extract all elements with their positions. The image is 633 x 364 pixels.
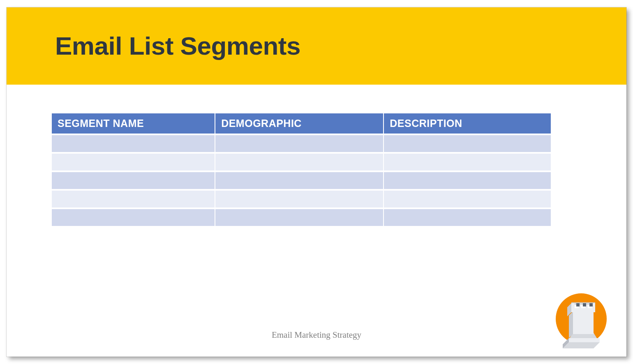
table-header-row: SEGMENT NAME DEMOGRAPHIC DESCRIPTION xyxy=(52,113,551,134)
cell-segment xyxy=(52,207,215,226)
cell-description xyxy=(384,152,551,170)
cell-description xyxy=(384,170,551,189)
segments-table: SEGMENT NAME DEMOGRAPHIC DESCRIPTION xyxy=(52,113,551,226)
cell-description xyxy=(384,207,551,226)
cell-segment xyxy=(52,134,215,152)
footer-text: Email Marketing Strategy xyxy=(7,330,626,340)
svg-marker-7 xyxy=(569,311,573,338)
cell-demographic xyxy=(215,134,384,152)
table-row xyxy=(52,207,551,226)
header-segment-name: SEGMENT NAME xyxy=(52,113,215,134)
table-row xyxy=(52,170,551,189)
table-row xyxy=(52,152,551,170)
cell-segment xyxy=(52,170,215,189)
cell-segment xyxy=(52,189,215,207)
cell-description xyxy=(384,189,551,207)
rook-logo-icon xyxy=(544,287,610,352)
table-row xyxy=(52,189,551,207)
cell-description xyxy=(384,134,551,152)
svg-marker-3 xyxy=(569,338,600,342)
header-description: DESCRIPTION xyxy=(384,113,551,134)
svg-marker-2 xyxy=(563,342,600,348)
slide-title: Email List Segments xyxy=(55,31,300,60)
cell-segment xyxy=(52,152,215,170)
svg-rect-18 xyxy=(571,302,595,303)
header-demographic: DEMOGRAPHIC xyxy=(215,113,384,134)
cell-demographic xyxy=(215,170,384,189)
slide: Email List Segments SEGMENT NAME DEMOGRA… xyxy=(7,7,626,357)
table-row xyxy=(52,134,551,152)
cell-demographic xyxy=(215,189,384,207)
svg-rect-6 xyxy=(573,311,594,334)
cell-demographic xyxy=(215,207,384,226)
cell-demographic xyxy=(215,152,384,170)
